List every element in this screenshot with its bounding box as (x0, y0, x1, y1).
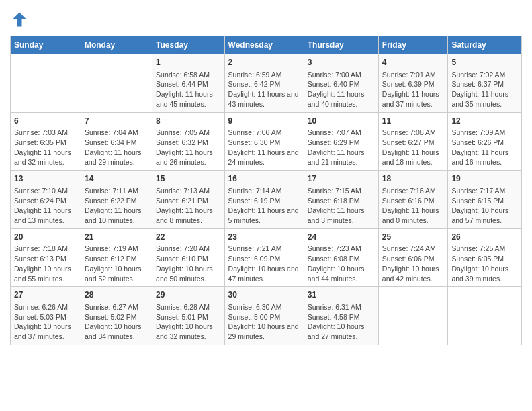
day-number: 20 (14, 232, 77, 243)
day-details: Sunrise: 7:13 AMSunset: 6:21 PMDaylight:… (156, 186, 221, 226)
day-number: 4 (382, 57, 445, 68)
weekday-header-sunday: Sunday (11, 36, 81, 54)
day-details: Sunrise: 6:59 AMSunset: 6:42 PMDaylight:… (228, 70, 300, 109)
day-details: Sunrise: 7:21 AMSunset: 6:09 PMDaylight:… (228, 244, 300, 283)
day-details: Sunrise: 6:58 AMSunset: 6:44 PMDaylight:… (156, 70, 221, 109)
day-number: 30 (228, 289, 300, 301)
calendar-cell: 21Sunrise: 7:19 AMSunset: 6:12 PMDayligh… (81, 228, 152, 287)
day-number: 9 (228, 116, 300, 127)
calendar-table: SundayMondayTuesdayWednesdayThursdayFrid… (10, 36, 522, 345)
day-number: 16 (228, 173, 300, 185)
calendar-cell: 22Sunrise: 7:20 AMSunset: 6:10 PMDayligh… (152, 228, 225, 287)
day-details: Sunrise: 7:23 AMSunset: 6:08 PMDaylight:… (308, 244, 375, 283)
day-details: Sunrise: 6:27 AMSunset: 5:02 PMDaylight:… (85, 302, 148, 342)
day-details: Sunrise: 7:10 AMSunset: 6:24 PMDaylight:… (14, 186, 77, 226)
calendar-cell: 6Sunrise: 7:03 AMSunset: 6:35 PMDaylight… (11, 112, 81, 171)
day-details: Sunrise: 7:05 AMSunset: 6:32 PMDaylight:… (156, 128, 221, 167)
weekday-header-wednesday: Wednesday (224, 36, 304, 54)
calendar-week-1: 1Sunrise: 6:58 AMSunset: 6:44 PMDaylight… (11, 54, 522, 113)
day-details: Sunrise: 7:15 AMSunset: 6:18 PMDaylight:… (308, 186, 375, 226)
day-number: 8 (156, 116, 221, 127)
calendar-cell: 26Sunrise: 7:25 AMSunset: 6:05 PMDayligh… (448, 228, 522, 287)
calendar-cell: 17Sunrise: 7:15 AMSunset: 6:18 PMDayligh… (304, 171, 378, 229)
day-details: Sunrise: 7:14 AMSunset: 6:19 PMDaylight:… (228, 186, 300, 226)
calendar-cell: 2Sunrise: 6:59 AMSunset: 6:42 PMDaylight… (224, 54, 304, 113)
day-details: Sunrise: 7:04 AMSunset: 6:34 PMDaylight:… (85, 128, 148, 167)
day-details: Sunrise: 7:08 AMSunset: 6:27 PMDaylight:… (382, 128, 445, 167)
calendar-cell: 23Sunrise: 7:21 AMSunset: 6:09 PMDayligh… (224, 228, 304, 287)
day-number: 18 (382, 173, 445, 185)
calendar-cell: 19Sunrise: 7:17 AMSunset: 6:15 PMDayligh… (448, 171, 522, 229)
day-number: 31 (308, 289, 375, 301)
logo-icon (10, 10, 29, 29)
weekday-header-thursday: Thursday (304, 36, 378, 54)
day-details: Sunrise: 7:02 AMSunset: 6:37 PMDaylight:… (451, 70, 518, 109)
day-number: 27 (14, 289, 77, 301)
day-details: Sunrise: 7:01 AMSunset: 6:39 PMDaylight:… (382, 70, 445, 109)
day-number: 3 (308, 57, 375, 68)
day-details: Sunrise: 6:28 AMSunset: 5:01 PMDaylight:… (156, 302, 221, 342)
day-details: Sunrise: 7:07 AMSunset: 6:29 PMDaylight:… (308, 128, 375, 167)
calendar-week-5: 27Sunrise: 6:26 AMSunset: 5:03 PMDayligh… (11, 287, 522, 345)
calendar-cell: 27Sunrise: 6:26 AMSunset: 5:03 PMDayligh… (11, 287, 81, 345)
calendar-cell (448, 287, 522, 345)
day-number: 29 (156, 289, 221, 301)
calendar-cell (81, 54, 152, 113)
calendar-week-3: 13Sunrise: 7:10 AMSunset: 6:24 PMDayligh… (11, 171, 522, 229)
day-number: 24 (308, 232, 375, 243)
calendar-cell: 3Sunrise: 7:00 AMSunset: 6:40 PMDaylight… (304, 54, 378, 113)
weekday-header-monday: Monday (81, 36, 152, 54)
day-details: Sunrise: 6:30 AMSunset: 5:00 PMDaylight:… (228, 302, 300, 342)
day-number: 7 (85, 116, 148, 127)
day-number: 12 (451, 116, 518, 127)
day-number: 2 (228, 57, 300, 68)
day-details: Sunrise: 7:16 AMSunset: 6:16 PMDaylight:… (382, 186, 445, 226)
day-details: Sunrise: 7:06 AMSunset: 6:30 PMDaylight:… (228, 128, 300, 167)
calendar-cell: 8Sunrise: 7:05 AMSunset: 6:32 PMDaylight… (152, 112, 225, 171)
calendar-cell: 1Sunrise: 6:58 AMSunset: 6:44 PMDaylight… (152, 54, 225, 113)
calendar-cell: 24Sunrise: 7:23 AMSunset: 6:08 PMDayligh… (304, 228, 378, 287)
page-header (10, 10, 522, 29)
day-number: 1 (156, 57, 221, 68)
calendar-cell: 12Sunrise: 7:09 AMSunset: 6:26 PMDayligh… (448, 112, 522, 171)
svg-marker-0 (13, 13, 27, 27)
day-details: Sunrise: 7:17 AMSunset: 6:15 PMDaylight:… (451, 186, 518, 226)
day-details: Sunrise: 7:24 AMSunset: 6:06 PMDaylight:… (382, 244, 445, 283)
calendar-cell (378, 287, 448, 345)
day-number: 14 (85, 173, 148, 185)
calendar-cell: 30Sunrise: 6:30 AMSunset: 5:00 PMDayligh… (224, 287, 304, 345)
calendar-cell: 4Sunrise: 7:01 AMSunset: 6:39 PMDaylight… (378, 54, 448, 113)
day-details: Sunrise: 7:03 AMSunset: 6:35 PMDaylight:… (14, 128, 77, 167)
calendar-cell: 13Sunrise: 7:10 AMSunset: 6:24 PMDayligh… (11, 171, 81, 229)
weekday-header-row: SundayMondayTuesdayWednesdayThursdayFrid… (11, 36, 522, 54)
calendar-cell: 28Sunrise: 6:27 AMSunset: 5:02 PMDayligh… (81, 287, 152, 345)
weekday-header-saturday: Saturday (448, 36, 522, 54)
day-number: 11 (382, 116, 445, 127)
day-number: 5 (451, 57, 518, 68)
calendar-cell: 5Sunrise: 7:02 AMSunset: 6:37 PMDaylight… (448, 54, 522, 113)
day-number: 22 (156, 232, 221, 243)
day-number: 6 (14, 116, 77, 127)
day-number: 28 (85, 289, 148, 301)
weekday-header-friday: Friday (378, 36, 448, 54)
day-details: Sunrise: 6:31 AMSunset: 4:58 PMDaylight:… (308, 302, 375, 342)
day-details: Sunrise: 7:18 AMSunset: 6:13 PMDaylight:… (14, 244, 77, 283)
calendar-cell: 18Sunrise: 7:16 AMSunset: 6:16 PMDayligh… (378, 171, 448, 229)
day-number: 26 (451, 232, 518, 243)
day-details: Sunrise: 7:00 AMSunset: 6:40 PMDaylight:… (308, 70, 375, 109)
day-number: 23 (228, 232, 300, 243)
calendar-cell: 15Sunrise: 7:13 AMSunset: 6:21 PMDayligh… (152, 171, 225, 229)
calendar-cell: 14Sunrise: 7:11 AMSunset: 6:22 PMDayligh… (81, 171, 152, 229)
logo (10, 10, 32, 29)
calendar-cell: 25Sunrise: 7:24 AMSunset: 6:06 PMDayligh… (378, 228, 448, 287)
day-details: Sunrise: 7:25 AMSunset: 6:05 PMDaylight:… (451, 244, 518, 283)
calendar-cell: 9Sunrise: 7:06 AMSunset: 6:30 PMDaylight… (224, 112, 304, 171)
day-details: Sunrise: 7:09 AMSunset: 6:26 PMDaylight:… (451, 128, 518, 167)
calendar-cell: 16Sunrise: 7:14 AMSunset: 6:19 PMDayligh… (224, 171, 304, 229)
day-details: Sunrise: 7:11 AMSunset: 6:22 PMDaylight:… (85, 186, 148, 226)
day-details: Sunrise: 7:20 AMSunset: 6:10 PMDaylight:… (156, 244, 221, 283)
day-number: 19 (451, 173, 518, 185)
day-details: Sunrise: 6:26 AMSunset: 5:03 PMDaylight:… (14, 302, 77, 342)
calendar-cell: 7Sunrise: 7:04 AMSunset: 6:34 PMDaylight… (81, 112, 152, 171)
day-number: 13 (14, 173, 77, 185)
